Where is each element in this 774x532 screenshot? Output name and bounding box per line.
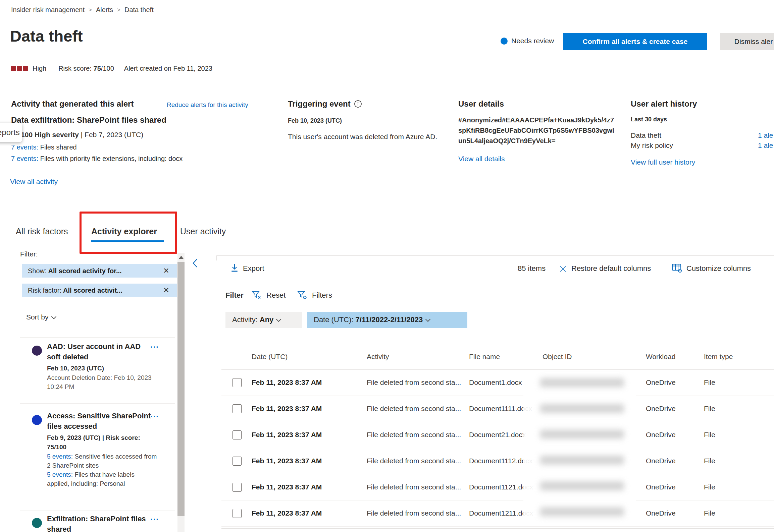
row-checkbox[interactable] (233, 404, 242, 413)
row-checkbox[interactable] (233, 457, 242, 466)
table-row[interactable]: Feb 11, 2023 8:37 AM File deleted from s… (221, 396, 774, 422)
breadcrumb-item-data-theft: Data theft (124, 6, 154, 14)
triggering-event-heading: Triggering event (288, 99, 351, 109)
view-all-activity-link[interactable]: View all activity (10, 178, 58, 186)
filter-pill-risk-factor[interactable]: Risk factor: All scored activit... (22, 284, 159, 297)
confirm-all-alerts-button[interactable]: Confirm all alerts & create case (563, 33, 707, 50)
insider-risk-alert-page: Insider risk management > Alerts > Data … (0, 0, 774, 532)
sidebar-scrollbar[interactable] (177, 253, 185, 532)
breadcrumb: Insider risk management > Alerts > Data … (11, 6, 154, 14)
filter-pill-show[interactable]: Show: All scored activity for... (22, 264, 159, 278)
event-count-link[interactable]: 5 events: (47, 453, 73, 460)
date-filter-pill[interactable]: Date (UTC): 7/11/2022-2/11/2023 (307, 312, 467, 328)
column-header-file-name[interactable]: File name (469, 353, 500, 361)
more-actions-icon[interactable]: ... (150, 410, 159, 419)
filter-pill-risk-factor-close-icon[interactable]: ✕ (155, 284, 177, 297)
filters-icon (297, 290, 307, 300)
page-title: Data theft (10, 27, 83, 45)
cell-workload: OneDrive (646, 483, 676, 491)
filters-button[interactable]: Filters (312, 291, 332, 300)
breadcrumb-separator-icon: > (89, 7, 92, 13)
column-header-date[interactable]: Date (UTC) (252, 353, 288, 361)
restore-default-columns-button[interactable]: Restore default columns (571, 264, 651, 273)
row-checkbox[interactable] (233, 378, 242, 387)
alert-created-date: Alert created on Feb 11, 2023 (124, 65, 212, 72)
redacted-object-id (540, 456, 624, 465)
card-event-line: 5 events: Sensitive files accessed from … (47, 452, 158, 470)
cell-date: Feb 11, 2023 8:37 AM (252, 405, 322, 413)
cell-workload: OneDrive (646, 509, 676, 517)
risk-category-dot-icon (32, 346, 42, 356)
table-bottom-border (221, 528, 774, 529)
breadcrumb-item-alerts[interactable]: Alerts (96, 6, 113, 14)
cell-activity: File deleted from second sta... (367, 378, 461, 387)
alert-history-count-link[interactable]: 1 ale (758, 141, 773, 150)
column-header-item-type[interactable]: Item type (704, 353, 733, 361)
view-full-user-history-link[interactable]: View full user history (631, 158, 695, 166)
table-row[interactable]: Feb 11, 2023 8:37 AM File deleted from s… (221, 474, 774, 500)
severity-square-icon (17, 66, 22, 71)
cell-item-type: File (704, 483, 715, 491)
redacted-object-id (540, 481, 624, 490)
cell-item-type: File (704, 457, 715, 465)
red-highlight-box (80, 212, 177, 254)
cell-activity: File deleted from second sta... (367, 431, 461, 439)
user-details-heading: User details (458, 99, 504, 109)
event-summary-line: 7 events: Files shared (11, 143, 77, 151)
column-header-activity[interactable]: Activity (367, 353, 389, 361)
filter-pill-show-close-icon[interactable]: ✕ (155, 264, 177, 278)
row-checkbox[interactable] (233, 483, 242, 492)
activity-table: Date (UTC) Activity File name Object ID … (221, 345, 774, 526)
chevron-down-icon (276, 317, 281, 322)
filter-bar-label: Filter (225, 291, 244, 300)
alert-history-count-link[interactable]: 1 ale (758, 131, 773, 139)
activity-filter-pill[interactable]: Activity: Any (225, 312, 302, 328)
sidebar-divider (20, 308, 175, 308)
table-header-row: Date (UTC) Activity File name Object ID … (221, 345, 774, 370)
reduce-alerts-link[interactable]: Reduce alerts for this activity (167, 101, 248, 109)
table-row[interactable]: Feb 11, 2023 8:37 AM File deleted from s… (221, 500, 774, 527)
customize-columns-button[interactable]: Customize columns (686, 264, 751, 273)
scrollbar-thumb[interactable] (177, 262, 185, 516)
sidebar-divider (20, 403, 175, 404)
tab-user-activity[interactable]: User activity (180, 227, 226, 236)
redacted-object-id-band (523, 370, 636, 524)
export-button[interactable]: Export (243, 264, 264, 273)
risk-category-dot-icon (32, 415, 42, 425)
table-row[interactable]: Feb 11, 2023 8:37 AM File deleted from s… (221, 370, 774, 396)
activity-card[interactable]: AAD: User account in AAD soft deleted Fe… (47, 341, 154, 391)
more-actions-icon[interactable]: ... (150, 340, 159, 350)
event-count-link[interactable]: 7 events: (11, 143, 38, 151)
needs-review-status-icon (501, 38, 508, 45)
more-actions-icon[interactable]: ... (150, 513, 159, 522)
alert-history-range: Last 30 days (631, 116, 667, 123)
chevron-down-icon (51, 314, 56, 319)
card-title: Access: Sensitive SharePoint files acces… (47, 411, 158, 431)
table-row[interactable]: Feb 11, 2023 8:37 AM File deleted from s… (221, 448, 774, 474)
card-title: AAD: User account in AAD soft deleted (47, 341, 154, 362)
event-count-link[interactable]: 5 events: (47, 471, 73, 478)
severity-square-icon (23, 66, 28, 71)
activity-card[interactable]: Access: Sensitive SharePoint files acces… (47, 411, 158, 488)
column-header-workload[interactable]: Workload (646, 353, 675, 361)
sort-by-dropdown[interactable]: Sort by (26, 313, 56, 321)
sidebar-filter-label: Filter: (20, 250, 38, 258)
info-icon[interactable] (354, 100, 362, 108)
cell-activity: File deleted from second sta... (367, 483, 461, 491)
dismiss-alert-button[interactable]: Dismiss aler (720, 33, 774, 50)
cell-date: Feb 11, 2023 8:37 AM (252, 378, 322, 387)
breadcrumb-item-insider-risk[interactable]: Insider risk management (11, 6, 85, 14)
tab-all-risk-factors[interactable]: All risk factors (16, 227, 68, 236)
event-count-link[interactable]: 7 events: (11, 155, 38, 162)
column-header-object-id[interactable]: Object ID (543, 353, 572, 361)
reset-button[interactable]: Reset (266, 291, 286, 300)
table-row[interactable]: Feb 11, 2023 8:37 AM File deleted from s… (221, 422, 774, 448)
row-checkbox[interactable] (233, 430, 242, 439)
activity-card[interactable]: Exfiltration: SharePoint files shared (47, 514, 154, 532)
cell-workload: OneDrive (646, 405, 676, 413)
scrollbar-up-arrow-icon[interactable] (179, 256, 184, 259)
collapse-panel-chevron-icon[interactable] (191, 257, 199, 269)
event-summary-line: 7 events: Files with priority file exten… (11, 155, 183, 163)
row-checkbox[interactable] (233, 509, 242, 518)
view-all-details-link[interactable]: View all details (458, 155, 505, 163)
